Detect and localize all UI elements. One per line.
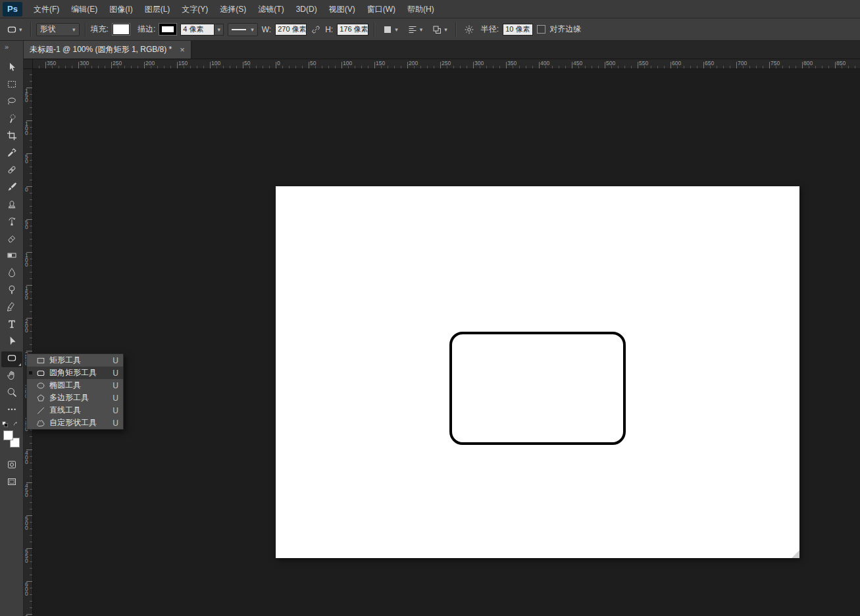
type-tool[interactable] [1,317,22,333]
ruler-origin-corner[interactable] [24,59,33,69]
ruler-tick [30,338,32,338]
menu-items: 文件(F)编辑(E)图像(I)图层(L)文字(Y)选择(S)滤镜(T)3D(D)… [28,0,440,18]
zoom-tool[interactable] [1,386,22,401]
ruler-tick [519,66,520,68]
align-edges-checkbox[interactable] [537,25,545,34]
menu-item[interactable]: 文字(Y) [176,0,214,18]
path-arrangement-button[interactable]: ▾ [429,22,450,38]
chevron-down-icon: ▾ [19,26,22,33]
gear-icon [464,24,474,35]
document-tab[interactable]: 未标题-1 @ 100% (圆角矩形 1, RGB/8) * × [24,41,191,59]
history-brush-tool[interactable] [1,215,22,230]
flyout-item-rounded-rectangle-tool[interactable]: 圆角矩形工具U [27,367,123,379]
ruler-tick [499,66,500,68]
toolbar-collapse-button[interactable]: » [0,41,23,51]
menu-item[interactable]: 窗口(W) [361,0,401,18]
quick-mask-button[interactable] [1,458,22,474]
clone-stamp-tool[interactable] [1,197,22,213]
more-options[interactable] [1,403,22,419]
ruler-tick [157,66,158,68]
flyout-item-line-tool[interactable]: 直线工具U [27,404,123,417]
path-selection-tool[interactable] [1,334,22,350]
blur-tool[interactable] [1,266,22,282]
ruler-tick [30,456,32,457]
eraser-tool[interactable] [1,232,22,247]
ruler-tick [690,66,691,68]
ruler-tick [526,66,526,68]
ruler-tick [467,66,467,68]
resize-grip[interactable] [792,550,799,558]
flyout-item-ellipse-tool[interactable]: 椭圆工具U [27,379,123,392]
dodge-tool[interactable] [1,283,22,299]
ruler-tick [111,62,112,68]
ruler-tick [190,66,191,68]
chevron-down-icon: ▾ [251,26,254,33]
tab-close-icon[interactable]: × [180,45,185,54]
menu-item[interactable]: 图层(L) [139,0,176,18]
foreground-color-swatch[interactable] [3,430,13,440]
ruler-tick [30,476,32,476]
flyout-item-polygon-tool[interactable]: 多边形工具U [27,392,123,404]
menu-item[interactable]: 图像(I) [103,0,138,18]
horizontal-ruler[interactable]: 3503002502001501005005010015020025030035… [33,59,860,69]
lasso-tool[interactable] [1,95,22,111]
flyout-item-custom-shape-tool[interactable]: 自定形状工具U [27,417,123,429]
stroke-color-swatch[interactable] [159,24,176,35]
eyedropper-tool[interactable] [1,146,22,162]
screen-mode-button[interactable] [1,475,22,491]
path-operations-button[interactable]: ▾ [380,22,401,38]
link-dimensions-icon[interactable] [311,24,321,35]
active-tool-marker [29,396,32,399]
rounded-rectangle-shape[interactable] [449,332,626,445]
quick-selection-tool[interactable] [1,112,22,128]
path-alignment-button[interactable]: ▾ [405,22,426,38]
menu-item[interactable]: 编辑(E) [65,0,103,18]
move-tool[interactable] [1,61,22,76]
ruler-tick [230,66,230,68]
ruler-tick [30,535,32,536]
shape-height-input[interactable]: 176 像素 [337,24,368,36]
menu-item[interactable]: 3D(D) [290,0,323,18]
ruler-tick [236,66,237,68]
ruler-tick [651,66,651,68]
stroke-width-input[interactable]: 4 像素 [180,24,215,36]
fill-color-swatch[interactable] [113,24,130,35]
menu-item[interactable]: 视图(V) [323,0,361,18]
tool-preset-picker[interactable]: ▾ [4,22,25,38]
ruler-tick [30,265,32,266]
menu-item[interactable]: 滤镜(T) [252,0,290,18]
vertical-ruler[interactable]: 1 5 01 0 05 005 01 0 01 5 02 0 02 5 03 0… [24,69,33,616]
tool-mode-dropdown[interactable]: 形状 ▾ [36,23,80,36]
shape-width-input[interactable]: 270 像素 [275,24,307,36]
menu-item[interactable]: 帮助(H) [401,0,440,18]
stroke-width-combo[interactable]: 4 像素 ▾ [180,24,224,36]
spot-healing-brush-tool[interactable] [1,163,22,179]
document-canvas[interactable] [276,186,799,558]
ruler-tick [664,66,665,68]
rectangular-marquee-tool[interactable] [1,78,22,93]
hand-tool[interactable] [1,369,22,384]
stroke-type-dropdown[interactable]: ▾ [228,23,258,36]
ellipse-tool-icon [36,381,46,390]
ruler-label: 0 [25,188,32,192]
geometry-options-button[interactable] [461,22,477,38]
line-tool-icon [36,406,46,415]
menu-item[interactable]: 选择(S) [214,0,252,18]
rounded-rectangle-tool[interactable] [1,351,22,367]
crop-tool[interactable] [1,129,22,145]
ruler-tick [30,463,32,463]
ruler-tick [30,588,32,588]
arrange-icon [432,24,442,35]
menu-item[interactable]: 文件(F) [28,0,65,18]
chevron-down-icon[interactable]: ▾ [215,24,224,36]
pen-tool[interactable] [1,300,22,316]
ruler-tick [401,66,401,68]
ruler-tick [197,66,197,68]
flyout-item-rectangle-tool[interactable]: 矩形工具U [27,354,123,367]
ruler-tick [394,66,395,68]
gradient-tool[interactable] [1,249,22,265]
radius-input[interactable]: 10 像素 [503,24,533,36]
brush-tool[interactable] [1,180,22,196]
menu-bar: Ps 文件(F)编辑(E)图像(I)图层(L)文字(Y)选择(S)滤镜(T)3D… [0,0,860,18]
ruler-tick [341,62,342,68]
